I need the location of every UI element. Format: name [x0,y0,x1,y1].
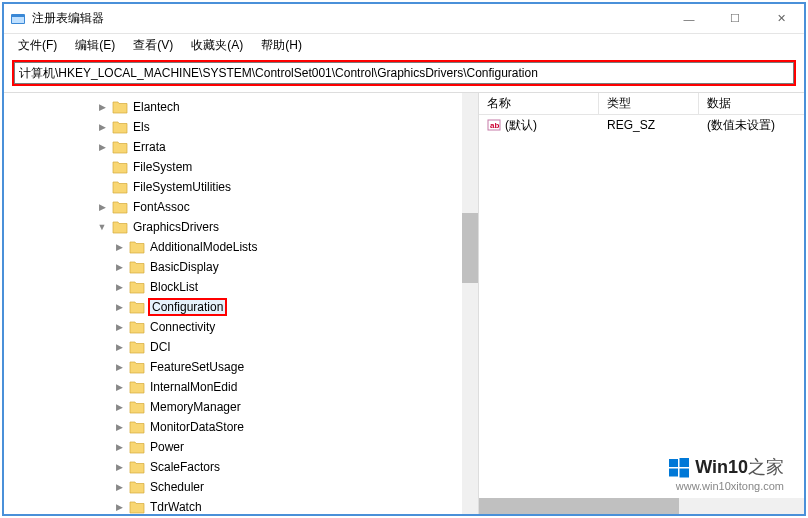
folder-icon [129,260,145,274]
expand-icon[interactable]: ▶ [112,382,126,392]
tree-item-label: Connectivity [148,320,217,334]
expand-icon[interactable]: ▶ [112,242,126,252]
col-name[interactable]: 名称 [479,93,599,114]
folder-icon [129,420,145,434]
tree-item-label: FeatureSetUsage [148,360,246,374]
tree-item[interactable]: ▶BlockList [34,277,478,297]
tree-item-label: BlockList [148,280,200,294]
col-data[interactable]: 数据 [699,93,804,114]
folder-icon [112,120,128,134]
tree-item[interactable]: ▶FileSystem [34,157,478,177]
tree-item[interactable]: ▶Configuration [34,297,478,317]
folder-icon [112,180,128,194]
svg-text:ab: ab [490,121,499,130]
expand-icon[interactable]: ▶ [112,282,126,292]
menu-favorites[interactable]: 收藏夹(A) [183,35,251,56]
tree-vertical-scrollbar[interactable] [462,93,478,514]
expand-icon[interactable]: ▶ [112,422,126,432]
values-horizontal-scrollbar[interactable] [479,498,804,514]
tree-item-label: TdrWatch [148,500,204,514]
titlebar: 注册表编辑器 — ☐ ✕ [4,4,804,34]
menu-edit[interactable]: 编辑(E) [67,35,123,56]
tree-item[interactable]: ▶MonitorDataStore [34,417,478,437]
expand-icon[interactable]: ▶ [112,482,126,492]
expand-icon[interactable]: ▶ [95,122,109,132]
tree-item[interactable]: ▶Errata [34,137,478,157]
expand-icon[interactable]: ▶ [95,102,109,112]
watermark: Win10之家 www.win10xitong.com [667,455,784,492]
address-bar[interactable] [14,62,794,84]
folder-icon [129,360,145,374]
tree-item[interactable]: ▶FontAssoc [34,197,478,217]
window-title: 注册表编辑器 [32,10,666,27]
menu-help[interactable]: 帮助(H) [253,35,310,56]
expand-icon[interactable]: ▶ [112,462,126,472]
minimize-button[interactable]: — [666,4,712,34]
tree-item[interactable]: ▶AdditionalModeLists [34,237,478,257]
folder-icon [129,300,145,314]
watermark-url: www.win10xitong.com [667,480,784,492]
menu-file[interactable]: 文件(F) [10,35,65,56]
expand-icon[interactable]: ▶ [112,302,126,312]
tree-item-label: Errata [131,140,168,154]
tree-item[interactable]: ▶InternalMonEdid [34,377,478,397]
tree-item[interactable]: ▶TdrWatch [34,497,478,514]
tree-item[interactable]: ▶MemoryManager [34,397,478,417]
expand-icon[interactable]: ▶ [112,342,126,352]
windows-logo-icon [667,456,691,480]
expand-icon[interactable]: ▶ [112,502,126,512]
tree-item-label: BasicDisplay [148,260,221,274]
tree-item-label: Els [131,120,152,134]
tree-item-label: FileSystem [131,160,194,174]
folder-icon [129,400,145,414]
tree-item-label: Scheduler [148,480,206,494]
tree-item[interactable]: ▶FileSystemUtilities [34,177,478,197]
folder-icon [112,200,128,214]
folder-icon [112,160,128,174]
folder-icon [112,220,128,234]
tree-item[interactable]: ▶Scheduler [34,477,478,497]
tree-item[interactable]: ▶ScaleFactors [34,457,478,477]
scrollbar-thumb[interactable] [479,498,679,514]
tree-item[interactable]: ▼GraphicsDrivers [34,217,478,237]
maximize-button[interactable]: ☐ [712,4,758,34]
collapse-icon[interactable]: ▼ [95,222,109,232]
folder-icon [129,440,145,454]
watermark-suffix: 之家 [748,457,784,477]
folder-icon [129,500,145,514]
tree-item[interactable]: ▶Els [34,117,478,137]
list-item[interactable]: ab (默认) REG_SZ (数值未设置) [479,115,804,135]
close-button[interactable]: ✕ [758,4,804,34]
folder-icon [129,380,145,394]
expand-icon[interactable]: ▶ [112,442,126,452]
value-type: REG_SZ [599,118,699,132]
value-name: (默认) [505,117,537,134]
tree-item[interactable]: ▶Connectivity [34,317,478,337]
tree-item-label: Configuration [148,298,227,316]
expand-icon[interactable]: ▶ [112,262,126,272]
tree-item-label: GraphicsDrivers [131,220,221,234]
tree-item[interactable]: ▶Elantech [34,97,478,117]
svg-rect-7 [669,469,678,477]
value-data: (数值未设置) [699,117,804,134]
svg-rect-6 [680,458,690,467]
expand-icon[interactable]: ▶ [95,202,109,212]
folder-icon [112,100,128,114]
scrollbar-thumb[interactable] [462,213,478,283]
values-pane[interactable]: 名称 类型 数据 ab (默认) REG_SZ (数值未设置) [479,93,804,514]
expand-icon[interactable]: ▶ [112,362,126,372]
tree-item-label: ScaleFactors [148,460,222,474]
menu-view[interactable]: 查看(V) [125,35,181,56]
tree-item[interactable]: ▶DCI [34,337,478,357]
tree-item[interactable]: ▶Power [34,437,478,457]
tree-item[interactable]: ▶BasicDisplay [34,257,478,277]
tree-item[interactable]: ▶FeatureSetUsage [34,357,478,377]
svg-rect-8 [680,469,690,478]
tree-pane[interactable]: ▶Elantech▶Els▶Errata▶FileSystem▶FileSyst… [4,93,479,514]
folder-icon [129,280,145,294]
expand-icon[interactable]: ▶ [112,402,126,412]
expand-icon[interactable]: ▶ [95,142,109,152]
expand-icon[interactable]: ▶ [112,322,126,332]
tree-item-label: FontAssoc [131,200,192,214]
col-type[interactable]: 类型 [599,93,699,114]
